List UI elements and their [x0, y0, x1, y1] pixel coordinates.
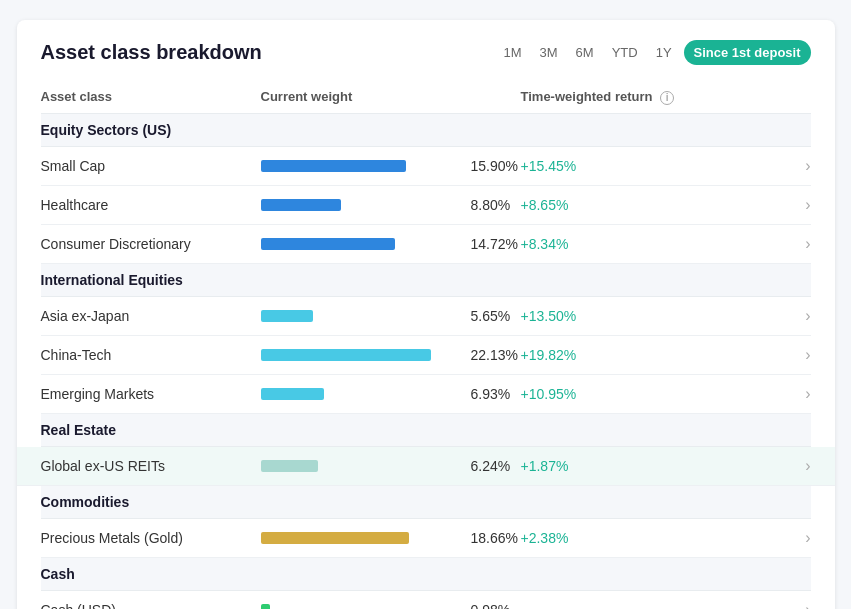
weight-value: 8.80% [471, 197, 521, 213]
bar-container [261, 238, 461, 250]
section-header-equity_sectors: Equity Sectors (US) [41, 114, 811, 147]
row-action[interactable]: › [781, 601, 811, 610]
chevron-right-icon[interactable]: › [805, 385, 810, 403]
return-value: +13.50% [521, 308, 781, 324]
weight-cell: 0.98% [261, 602, 521, 610]
time-filter-btn[interactable]: 6M [570, 41, 600, 64]
section-header-cash: Cash [41, 558, 811, 591]
chevron-right-icon[interactable]: › [805, 235, 810, 253]
chevron-right-icon[interactable]: › [805, 157, 810, 175]
bar-container [261, 388, 461, 400]
card-title: Asset class breakdown [41, 41, 262, 64]
asset-class-breakdown-card: Asset class breakdown 1M3M6MYTD1YSince 1… [17, 20, 835, 609]
asset-name: China-Tech [41, 347, 261, 363]
col-current-weight: Current weight [261, 89, 521, 105]
weight-bar [261, 160, 406, 172]
chevron-right-icon[interactable]: › [805, 346, 810, 364]
row-action[interactable]: › [781, 157, 811, 175]
return-value: +15.45% [521, 158, 781, 174]
weight-cell: 15.90% [261, 158, 521, 174]
weight-cell: 6.24% [261, 458, 521, 474]
bar-container [261, 310, 461, 322]
table-row: China-Tech 22.13% +19.82% › [41, 336, 811, 375]
return-value: +10.95% [521, 386, 781, 402]
asset-name: Small Cap [41, 158, 261, 174]
table-row: Emerging Markets 6.93% +10.95% › [41, 375, 811, 414]
return-value: +8.34% [521, 236, 781, 252]
weight-value: 6.93% [471, 386, 521, 402]
asset-name: Cash (USD) [41, 602, 261, 610]
return-value: +2.38% [521, 530, 781, 546]
table-row: Asia ex-Japan 5.65% +13.50% › [41, 297, 811, 336]
col-time-weighted-return: Time-weighted return i [521, 89, 781, 105]
row-action[interactable]: › [781, 529, 811, 547]
chevron-right-icon[interactable]: › [805, 196, 810, 214]
weight-bar [261, 310, 313, 322]
weight-value: 0.98% [471, 602, 521, 610]
time-filter-btn[interactable]: 1M [497, 41, 527, 64]
bar-container [261, 460, 461, 472]
chevron-right-icon[interactable]: › [805, 307, 810, 325]
weight-cell: 22.13% [261, 347, 521, 363]
table-row: Consumer Discretionary 14.72% +8.34% › [41, 225, 811, 264]
weight-value: 18.66% [471, 530, 521, 546]
weight-cell: 14.72% [261, 236, 521, 252]
row-action[interactable]: › [781, 235, 811, 253]
asset-name: Consumer Discretionary [41, 236, 261, 252]
table-row: Precious Metals (Gold) 18.66% +2.38% › [41, 519, 811, 558]
bar-container [261, 199, 461, 211]
return-value: - [521, 602, 781, 610]
weight-bar [261, 460, 318, 472]
weight-value: 6.24% [471, 458, 521, 474]
time-filter-btn[interactable]: 3M [534, 41, 564, 64]
weight-cell: 8.80% [261, 197, 521, 213]
info-icon[interactable]: i [660, 91, 674, 105]
asset-name: Healthcare [41, 197, 261, 213]
weight-cell: 18.66% [261, 530, 521, 546]
weight-value: 15.90% [471, 158, 521, 174]
time-filter-btn[interactable]: Since 1st deposit [684, 40, 811, 65]
return-value: +8.65% [521, 197, 781, 213]
weight-bar [261, 238, 395, 250]
row-action[interactable]: › [781, 196, 811, 214]
weight-cell: 5.65% [261, 308, 521, 324]
table-row: Global ex-US REITs 6.24% +1.87% › [17, 447, 835, 486]
table-body: Equity Sectors (US) Small Cap 15.90% +15… [41, 114, 811, 610]
time-filters: 1M3M6MYTD1YSince 1st deposit [497, 40, 810, 65]
bar-container [261, 532, 461, 544]
asset-name: Asia ex-Japan [41, 308, 261, 324]
weight-bar [261, 349, 431, 361]
table-row: Healthcare 8.80% +8.65% › [41, 186, 811, 225]
table-header: Asset class Current weight Time-weighted… [41, 81, 811, 114]
weight-value: 22.13% [471, 347, 521, 363]
card-header: Asset class breakdown 1M3M6MYTD1YSince 1… [41, 40, 811, 65]
return-value: +19.82% [521, 347, 781, 363]
weight-bar [261, 604, 270, 610]
time-filter-btn[interactable]: 1Y [650, 41, 678, 64]
row-action[interactable]: › [781, 457, 811, 475]
chevron-right-icon[interactable]: › [805, 529, 810, 547]
asset-name: Precious Metals (Gold) [41, 530, 261, 546]
section-header-commodities: Commodities [41, 486, 811, 519]
section-header-international_equities: International Equities [41, 264, 811, 297]
row-action[interactable]: › [781, 385, 811, 403]
asset-name: Global ex-US REITs [41, 458, 261, 474]
weight-bar [261, 388, 324, 400]
bar-container [261, 349, 461, 361]
time-filter-btn[interactable]: YTD [606, 41, 644, 64]
row-action[interactable]: › [781, 346, 811, 364]
asset-name: Emerging Markets [41, 386, 261, 402]
bar-container [261, 160, 461, 172]
bar-container [261, 604, 461, 610]
weight-value: 14.72% [471, 236, 521, 252]
table-row: Cash (USD) 0.98% - › [41, 591, 811, 610]
table-row: Small Cap 15.90% +15.45% › [41, 147, 811, 186]
weight-bar [261, 532, 409, 544]
col-asset-class: Asset class [41, 89, 261, 105]
row-action[interactable]: › [781, 307, 811, 325]
chevron-right-icon[interactable]: › [805, 601, 810, 610]
weight-bar [261, 199, 341, 211]
return-value: +1.87% [521, 458, 781, 474]
weight-cell: 6.93% [261, 386, 521, 402]
chevron-right-icon[interactable]: › [805, 457, 810, 475]
